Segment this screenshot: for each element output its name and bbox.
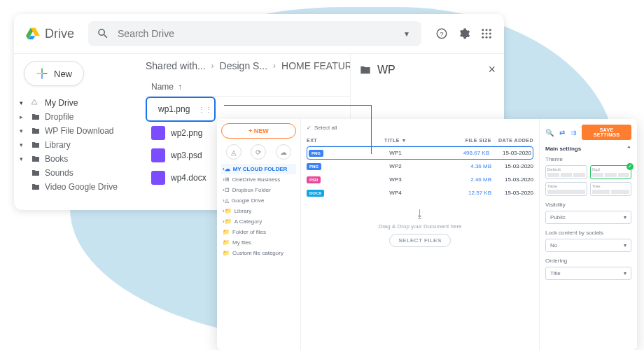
wp-panel-title: WP <box>377 64 396 76</box>
new-button[interactable]: New <box>24 61 84 86</box>
file-title: WP3 <box>335 176 456 183</box>
visibility-select[interactable]: Public▾ <box>545 211 631 224</box>
visibility-label: Visibility <box>545 202 631 208</box>
lock-select[interactable]: No▾ <box>545 239 631 252</box>
file-date: 15-03-2020 <box>491 163 533 169</box>
ordering-label: Ordering <box>545 258 631 264</box>
table-header: EXT TITLE ▼ FILE SIZE DATE ADDED <box>307 135 533 146</box>
file-size: 498.67 KB <box>454 150 489 156</box>
sync-icon-1[interactable]: ◬ <box>226 144 241 160</box>
tree-item-dropbox[interactable]: ›⊡Dropbox Folder <box>221 185 296 195</box>
search-icon-small[interactable]: 🔍 <box>545 129 554 136</box>
svg-point-8 <box>482 36 484 38</box>
ext-badge: PSD <box>307 176 321 183</box>
folder-icon <box>359 64 372 76</box>
search-dropdown-icon[interactable]: ▼ <box>403 30 410 38</box>
search-icon <box>97 27 109 40</box>
apps-icon[interactable] <box>480 27 493 40</box>
theme-label: Theme <box>545 156 631 162</box>
svg-point-10 <box>489 36 491 38</box>
theme-table[interactable]: Table <box>545 182 587 196</box>
tree-books[interactable]: ▾Books <box>17 152 137 166</box>
tree-item-gdrive[interactable]: ›◬Google Drive <box>221 195 296 206</box>
select-files-button[interactable]: SELECT FILES <box>389 234 450 247</box>
ext-badge: PNG <box>307 163 321 170</box>
svg-point-3 <box>486 29 488 31</box>
file-row-wp2[interactable]: PNGWP24.36 MB15-03-2020 <box>307 160 533 173</box>
file-row-wp3[interactable]: PSDWP32.46 MB15-03-2020 <box>307 173 533 186</box>
sync-icon-2[interactable]: ⟳ <box>251 144 266 160</box>
ext-badge: DOCX <box>307 190 324 197</box>
dropzone-text: Drag & Drop your Document here <box>311 223 529 230</box>
theme-default[interactable]: Default <box>545 165 587 179</box>
file-size: 12.57 KB <box>456 190 491 196</box>
file-row-wp1[interactable]: wp1.png⋮⋮ <box>146 97 216 122</box>
drive-folder-icon <box>31 99 41 107</box>
ordering-select[interactable]: Title▾ <box>545 267 631 280</box>
tree-dropfile[interactable]: ▸Dropfile <box>17 110 137 124</box>
wpfd-new-button[interactable]: + NEW <box>221 123 296 139</box>
tree-sounds[interactable]: Sounds <box>17 166 137 180</box>
file-row-wp1[interactable]: PNGWP1498.67 KB15-03-2020 <box>307 146 533 160</box>
tree-item-onedrive[interactable]: ›⊞OneDrive Business <box>221 174 296 185</box>
file-size: 4.36 MB <box>456 163 491 169</box>
svg-point-4 <box>489 29 491 31</box>
file-date: 15-03-2020 <box>489 150 531 156</box>
drive-sidebar: New ▾My Drive ▸Dropfile ▾WP File Downloa… <box>14 54 140 201</box>
filter-icon[interactable]: ⇄ <box>559 129 565 136</box>
search-box[interactable]: ▼ <box>88 21 421 46</box>
help-icon[interactable]: ? <box>435 27 448 40</box>
file-title: WP4 <box>335 190 456 196</box>
sort-icon[interactable]: ⇉ <box>570 129 576 136</box>
tree-item-cloud[interactable]: ›☁MY CLOUD FOLDER <box>221 164 296 174</box>
dropzone[interactable]: ⭳ Drag & Drop your Document here SELECT … <box>307 204 533 251</box>
search-input[interactable] <box>118 28 403 39</box>
file-date: 15-03-2020 <box>491 190 533 196</box>
file-row-wp4[interactable]: DOCXWP412.57 KB15-03-2020 <box>307 186 533 200</box>
drive-header: Drive ▼ ? <box>14 14 504 54</box>
svg-point-7 <box>489 33 491 35</box>
svg-point-6 <box>486 33 488 35</box>
file-title: WP1 <box>337 150 454 156</box>
drive-icon <box>25 27 41 41</box>
plus-icon <box>36 67 48 80</box>
file-title: WP2 <box>335 163 456 169</box>
lock-label: Lock content by socials <box>545 230 631 236</box>
settings-icon[interactable] <box>458 27 470 40</box>
bc-shared[interactable]: Shared with... <box>146 60 206 71</box>
drive-logo[interactable]: Drive <box>25 27 74 41</box>
sync-icon-3[interactable]: ☁ <box>276 144 291 160</box>
theme-tree[interactable]: Tree <box>590 182 632 196</box>
upload-icon: ⭳ <box>311 208 529 220</box>
bc-design[interactable]: Design S... <box>220 60 267 71</box>
wpfd-sidebar: + NEW ◬ ⟳ ☁ ›☁MY CLOUD FOLDER ›⊞OneDrive… <box>217 119 301 350</box>
file-size: 2.46 MB <box>456 176 491 183</box>
tree-item-myfiles[interactable]: 📁My files <box>221 237 296 248</box>
close-icon[interactable]: × <box>488 62 496 77</box>
wpfd-file-list: ✓Select all EXT TITLE ▼ FILE SIZE DATE A… <box>301 119 539 350</box>
tree-item-folderoffiles[interactable]: 📁Folder of files <box>221 227 296 237</box>
ext-badge: PNG <box>309 150 323 157</box>
svg-point-2 <box>482 29 484 31</box>
tree-item-library[interactable]: ›📁Library <box>221 206 296 216</box>
wpfd-settings-panel: 🔍 ⇄ ⇉ SAVE SETTINGS Main settings⌃ Theme… <box>539 119 637 350</box>
tree-library[interactable]: ▾Library <box>17 138 137 152</box>
svg-text:?: ? <box>440 30 444 38</box>
svg-point-9 <box>486 36 488 38</box>
drive-title: Drive <box>45 27 74 41</box>
save-settings-button[interactable]: SAVE SETTINGS <box>582 125 631 140</box>
svg-point-5 <box>482 33 484 35</box>
main-settings-header[interactable]: Main settings⌃ <box>545 146 631 152</box>
tree-wpfd[interactable]: ▾WP File Download <box>17 124 137 138</box>
new-button-label: New <box>54 69 72 79</box>
theme-ggd[interactable]: Ggd <box>590 165 632 179</box>
select-all[interactable]: ✓Select all <box>307 125 533 131</box>
file-date: 15-03-2020 <box>491 176 533 183</box>
tree-item-acategory[interactable]: ›📁A Category <box>221 216 296 227</box>
tree-item-custom[interactable]: 📁Custom file category <box>221 248 296 258</box>
tree-vgd[interactable]: Video Google Drive <box>17 180 137 194</box>
tree-my-drive[interactable]: ▾My Drive <box>17 96 137 110</box>
wpfd-window: + NEW ◬ ⟳ ☁ ›☁MY CLOUD FOLDER ›⊞OneDrive… <box>217 119 637 350</box>
